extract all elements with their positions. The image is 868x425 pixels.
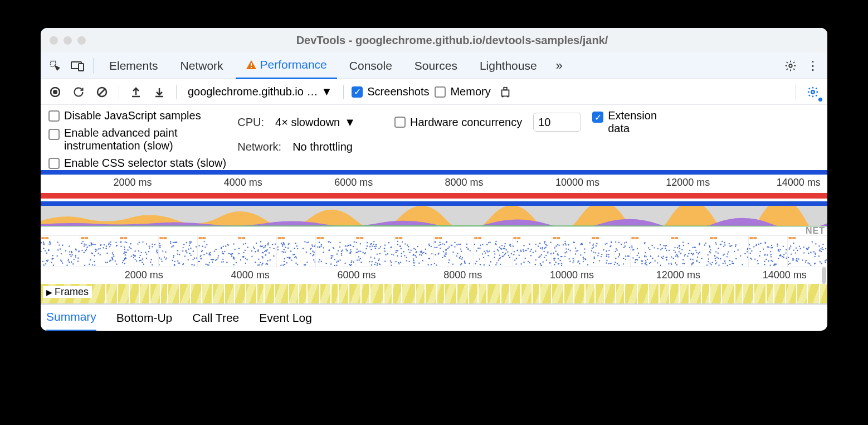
extension-data-checkbox[interactable]: ✓ Extension data xyxy=(592,109,657,135)
svg-point-321 xyxy=(223,261,224,262)
tab-bottom-up[interactable]: Bottom-Up xyxy=(116,305,172,331)
svg-point-275 xyxy=(225,245,226,247)
zoom-window-button[interactable] xyxy=(77,36,86,45)
svg-point-544 xyxy=(355,242,357,243)
garbage-collect-button[interactable] xyxy=(496,83,514,101)
reload-record-button[interactable] xyxy=(70,83,87,101)
download-button[interactable] xyxy=(150,83,168,101)
screenshot-thumb[interactable] xyxy=(277,236,316,267)
tab-event-log[interactable]: Event Log xyxy=(259,305,312,331)
upload-button[interactable] xyxy=(127,83,145,101)
svg-point-218 xyxy=(186,242,187,243)
kebab-menu-icon[interactable]: ⋮ xyxy=(803,56,823,76)
minimize-window-button[interactable] xyxy=(64,36,72,45)
screenshot-thumb[interactable] xyxy=(788,236,827,267)
svg-point-540 xyxy=(391,262,392,263)
svg-point-54 xyxy=(45,263,46,264)
svg-point-1064 xyxy=(673,250,674,251)
screenshot-thumb[interactable] xyxy=(513,236,552,267)
screenshot-thumb[interactable] xyxy=(749,236,788,267)
svg-point-156 xyxy=(128,249,129,250)
svg-point-487 xyxy=(345,249,347,250)
device-toolbar-icon[interactable] xyxy=(67,56,87,76)
css-selector-checkbox[interactable]: Enable CSS selector stats (slow) xyxy=(48,157,226,170)
svg-point-412 xyxy=(313,259,314,260)
screenshot-thumb[interactable] xyxy=(80,236,120,267)
svg-point-891 xyxy=(559,260,560,261)
screenshot-thumb[interactable] xyxy=(631,236,670,267)
svg-point-384 xyxy=(266,249,267,250)
origin-dropdown[interactable]: googlechrome.github.io … ▼ xyxy=(184,85,335,98)
svg-point-484 xyxy=(348,245,349,246)
svg-point-45 xyxy=(61,253,62,254)
screenshot-thumb[interactable] xyxy=(237,236,277,267)
screenshot-thumb[interactable] xyxy=(394,236,434,267)
svg-point-320 xyxy=(202,250,203,251)
screenshot-thumb[interactable] xyxy=(434,236,474,267)
tab-elements[interactable]: Elements xyxy=(99,52,168,79)
svg-point-1100 xyxy=(723,246,724,247)
svg-point-598 xyxy=(428,258,430,259)
screenshot-thumb[interactable] xyxy=(41,236,80,267)
checkbox-icon xyxy=(394,117,406,128)
screenshot-thumb[interactable] xyxy=(552,236,592,267)
clear-button[interactable] xyxy=(93,83,111,101)
frames-track[interactable]: ▶ Frames xyxy=(41,284,827,304)
tab-lighthouse[interactable]: Lighthouse xyxy=(470,52,547,79)
settings-icon[interactable] xyxy=(781,56,801,76)
close-window-button[interactable] xyxy=(50,36,58,45)
tab-summary[interactable]: Summary xyxy=(46,305,96,331)
flamechart-ruler[interactable]: 2000 ms4000 ms6000 ms8000 ms10000 ms1200… xyxy=(41,267,827,284)
screenshot-thumb[interactable] xyxy=(709,236,749,267)
screenshot-thumb[interactable] xyxy=(591,236,631,267)
more-tabs-icon[interactable]: » xyxy=(549,56,569,76)
screenshot-thumb[interactable] xyxy=(316,236,355,267)
capture-settings-icon[interactable] xyxy=(804,83,822,101)
screenshot-thumb[interactable] xyxy=(159,236,198,267)
screenshot-thumb[interactable] xyxy=(670,236,710,267)
svg-point-634 xyxy=(423,252,425,253)
svg-point-938 xyxy=(605,243,606,244)
svg-point-749 xyxy=(484,250,485,252)
svg-point-555 xyxy=(374,258,375,259)
tab-console[interactable]: Console xyxy=(339,52,402,79)
svg-point-905 xyxy=(608,256,609,257)
svg-point-124 xyxy=(109,260,110,262)
disable-js-checkbox[interactable]: Disable JavaScript samples xyxy=(48,109,226,122)
hardware-concurrency-input[interactable] xyxy=(533,113,581,132)
screenshots-checkbox[interactable]: ✓ Screenshots xyxy=(352,85,429,98)
screenshot-thumb[interactable] xyxy=(474,236,513,267)
advanced-paint-checkbox[interactable]: Enable advanced paint instrumentation (s… xyxy=(48,127,226,152)
overview-ruler[interactable]: 2000 ms4000 ms6000 ms8000 ms10000 ms1200… xyxy=(41,175,827,201)
svg-point-844 xyxy=(555,245,557,247)
svg-point-46 xyxy=(43,248,44,249)
svg-point-259 xyxy=(166,257,167,258)
svg-point-1074 xyxy=(676,264,677,265)
network-lane[interactable]: NET xyxy=(41,227,827,236)
tab-network[interactable]: Network xyxy=(170,52,233,79)
memory-checkbox[interactable]: Memory xyxy=(435,85,490,98)
cpu-chart[interactable] xyxy=(41,206,827,227)
screenshot-thumb[interactable] xyxy=(119,236,159,267)
tab-call-tree[interactable]: Call Tree xyxy=(192,305,239,331)
screenshot-thumb[interactable] xyxy=(355,236,395,267)
svg-point-1126 xyxy=(720,258,721,259)
svg-point-1114 xyxy=(715,251,716,252)
svg-point-63 xyxy=(75,255,76,256)
svg-point-183 xyxy=(156,250,157,252)
svg-point-157 xyxy=(152,264,153,265)
record-button[interactable] xyxy=(46,83,64,101)
svg-point-985 xyxy=(662,258,663,259)
screenshot-filmstrip[interactable] xyxy=(41,236,827,267)
hardware-concurrency-checkbox[interactable]: Hardware concurrency xyxy=(394,116,522,129)
scrollbar[interactable] xyxy=(822,267,826,284)
tab-sources[interactable]: Sources xyxy=(404,52,467,79)
svg-point-698 xyxy=(446,242,447,243)
svg-point-1018 xyxy=(636,255,637,256)
svg-rect-203 xyxy=(159,237,163,239)
tab-performance[interactable]: Performance xyxy=(236,52,337,79)
screenshot-thumb[interactable] xyxy=(198,236,237,267)
inspect-element-icon[interactable] xyxy=(45,56,65,76)
cpu-throttle-select[interactable]: 4× slowdown ▼ xyxy=(275,116,355,129)
svg-point-798 xyxy=(517,250,518,251)
